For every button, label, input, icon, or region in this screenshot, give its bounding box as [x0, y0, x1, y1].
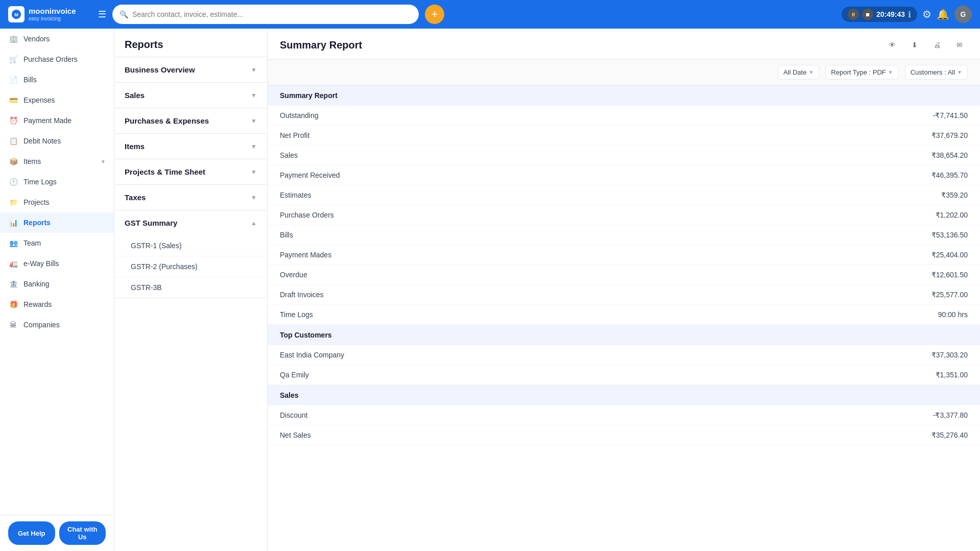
report-section-purchases-expenses: Purchases & Expenses ▼ [114, 108, 267, 134]
hamburger-button[interactable]: ☰ [98, 9, 106, 20]
report-section-sales: Sales ▼ [114, 83, 267, 108]
top-header: M mooninvoice easy invoicing ☰ 🔍 + ⏸ ⏹ 2… [0, 0, 980, 29]
sidebar-label-e-way-bills: e-Way Bills [23, 259, 59, 268]
sidebar-item-expenses[interactable]: 💳 Expenses [0, 90, 114, 110]
row-value-time-logs: 90:00 hrs [938, 310, 968, 319]
chevron-down-icon: ▼ [957, 69, 962, 75]
sub-item-gstr2[interactable]: GSTR-2 (Purchases) [114, 256, 267, 277]
chevron-icon: ▼ [251, 66, 257, 74]
header-right: ⏸ ⏹ 20:49:43 ℹ ⚙ 🔔 G [842, 6, 972, 23]
timer-stop-button[interactable]: ⏹ [862, 9, 873, 20]
sidebar-label-team: Team [23, 239, 41, 247]
section-label-taxes: Taxes [125, 193, 146, 202]
timer-info-button[interactable]: ℹ [908, 10, 911, 19]
table-row: Qa Emily ₹1,351.00 [268, 365, 980, 385]
add-button[interactable]: + [425, 5, 444, 24]
row-label-discount: Discount [280, 411, 307, 419]
customers-filter-dropdown[interactable]: Customers : All ▼ [905, 65, 968, 80]
section-label-business-overview: Business Overview [125, 65, 195, 74]
logo-icon: M [8, 6, 25, 22]
report-section-header-business-overview[interactable]: Business Overview ▼ [114, 57, 267, 82]
report-section-header-items[interactable]: Items ▼ [114, 134, 267, 159]
sidebar-label-reports: Reports [23, 219, 51, 227]
table-row: Draft Invoices ₹25,577.00 [268, 285, 980, 305]
email-icon[interactable]: ✉ [951, 37, 968, 53]
sidebar-item-banking[interactable]: 🏦 Banking [0, 274, 114, 294]
sidebar-item-team[interactable]: 👥 Team [0, 233, 114, 253]
get-help-button[interactable]: Get Help [8, 521, 55, 545]
print-icon[interactable]: 🖨 [929, 37, 945, 53]
search-icon: 🔍 [119, 10, 128, 18]
row-value-payment-received: ₹46,395.70 [931, 171, 968, 179]
report-section-header-taxes[interactable]: Taxes ▼ [114, 185, 267, 210]
report-type-dropdown[interactable]: Report Type : PDF ▼ [825, 65, 898, 80]
row-label-sales: Sales [280, 151, 298, 159]
row-value-estimates: ₹359.20 [941, 191, 968, 199]
svg-text:M: M [14, 12, 18, 17]
cart-icon: 🛒 [8, 54, 18, 64]
report-section-header-purchases-expenses[interactable]: Purchases & Expenses ▼ [114, 108, 267, 133]
sidebar-item-payment-made[interactable]: ⏰ Payment Made [0, 110, 114, 131]
sidebar-item-companies[interactable]: 🏛 Companies [0, 315, 114, 335]
avatar[interactable]: G [954, 6, 972, 23]
sidebar-item-items[interactable]: 📦 Items ▼ [0, 151, 114, 172]
sidebar-label-debit-notes: Debit Notes [23, 137, 61, 145]
chevron-icon: ▼ [251, 169, 257, 176]
sidebar-item-rewards[interactable]: 🎁 Rewards [0, 294, 114, 315]
report-section-header-projects-timesheet[interactable]: Projects & Time Sheet ▼ [114, 159, 267, 184]
sidebar-item-purchase-orders[interactable]: 🛒 Purchase Orders [0, 49, 114, 69]
report-section-header-sales[interactable]: Sales ▼ [114, 83, 267, 108]
content-header: Summary Report 👁 ⬇ 🖨 ✉ [268, 29, 980, 60]
section-label-gst-summary: GST Summary [125, 219, 177, 227]
sidebar-label-purchase-orders: Purchase Orders [23, 55, 78, 63]
chevron-icon: ▼ [251, 194, 257, 201]
sidebar-label-banking: Banking [23, 280, 50, 288]
chevron-down-icon: ▼ [808, 69, 814, 75]
middle-panel: Reports Business Overview ▼ Sales ▼ Purc… [114, 29, 268, 551]
search-input[interactable] [132, 10, 412, 18]
sidebar-item-reports[interactable]: 📊 Reports [0, 212, 114, 233]
sidebar-label-vendors: Vendors [23, 35, 50, 43]
sidebar-item-e-way-bills[interactable]: 🚛 e-Way Bills [0, 253, 114, 274]
section-title-top-customers: Top Customers [280, 331, 332, 339]
row-value-qa-emily: ₹1,351.00 [936, 371, 968, 379]
report-section-header-gst-summary[interactable]: GST Summary ▲ [114, 210, 267, 235]
sub-item-gstr1[interactable]: GSTR-1 (Sales) [114, 235, 267, 256]
row-value-discount: -₹3,377.80 [933, 411, 968, 419]
date-filter-label: All Date [783, 68, 807, 76]
download-icon[interactable]: ⬇ [906, 37, 923, 53]
sidebar-item-bills[interactable]: 📄 Bills [0, 69, 114, 90]
sidebar-item-debit-notes[interactable]: 📋 Debit Notes [0, 131, 114, 151]
sidebar-item-vendors[interactable]: 🏢 Vendors [0, 29, 114, 49]
sidebar-label-expenses: Expenses [23, 96, 55, 104]
settings-button[interactable]: ⚙ [922, 8, 931, 20]
clock-icon: 🕐 [8, 177, 18, 187]
sidebar-item-time-logs[interactable]: 🕐 Time Logs [0, 172, 114, 192]
customers-filter-label: Customers : All [911, 68, 955, 76]
chevron-icon: ▼ [251, 92, 257, 99]
section-header-sales: Sales [268, 385, 980, 405]
middle-panel-title: Reports [114, 29, 267, 57]
timer-pause-button[interactable]: ⏸ [848, 9, 859, 20]
date-filter-dropdown[interactable]: All Date ▼ [778, 65, 819, 80]
report-section-gst-summary: GST Summary ▲ GSTR-1 (Sales) GSTR-2 (Pur… [114, 210, 267, 298]
notifications-button[interactable]: 🔔 [937, 8, 949, 20]
chat-with-us-button[interactable]: Chat with Us [59, 521, 106, 545]
row-value-sales: ₹38,654.20 [931, 151, 968, 159]
row-label-draft-invoices: Draft Invoices [280, 291, 324, 299]
view-icon[interactable]: 👁 [884, 37, 900, 53]
sub-item-gstr3b[interactable]: GSTR-3B [114, 277, 267, 298]
section-title-sales-2: Sales [280, 391, 299, 399]
sidebar-label-items: Items [23, 157, 41, 165]
companies-icon: 🏛 [8, 320, 18, 330]
table-row: Sales ₹38,654.20 [268, 146, 980, 165]
main-content: Summary Report 👁 ⬇ 🖨 ✉ All Date ▼ Report… [268, 29, 980, 551]
chevron-down-icon: ▼ [101, 159, 106, 164]
sidebar-label-projects: Projects [23, 198, 50, 206]
report-section-projects-timesheet: Projects & Time Sheet ▼ [114, 159, 267, 185]
row-value-bills: ₹53,136.50 [931, 231, 968, 239]
logo-name: mooninvoice [29, 7, 76, 16]
team-icon: 👥 [8, 238, 18, 248]
table-row: Net Profit ₹37,679.20 [268, 126, 980, 146]
sidebar-item-projects[interactable]: 📁 Projects [0, 192, 114, 212]
